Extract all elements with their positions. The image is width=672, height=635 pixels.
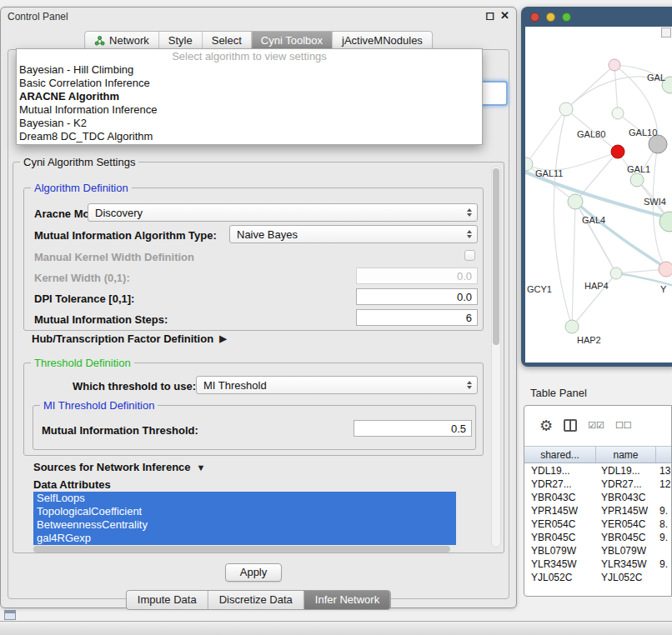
table-cell[interactable]: YDL19... — [524, 464, 596, 478]
tab-label: jActiveMNodules — [342, 34, 423, 47]
dropdown-item[interactable]: Bayesian - Hill Climbing — [17, 63, 482, 77]
network-node[interactable] — [610, 268, 622, 279]
tab-infer-network[interactable]: Infer Network — [303, 591, 390, 609]
table-cell[interactable]: YBR043C — [524, 491, 596, 504]
table-cell[interactable] — [656, 571, 671, 584]
table-cell[interactable]: YBR043C — [596, 491, 656, 504]
attribute-list-item[interactable]: gal4RGexp — [33, 532, 456, 545]
float-window-icon[interactable]: ◻ — [485, 9, 494, 22]
table-cell[interactable]: 9. — [656, 531, 671, 544]
mi-steps-input[interactable] — [356, 309, 478, 326]
select-all-columns-icon[interactable]: ☑☑ — [588, 420, 604, 431]
cyni-bottom-tabbar: Impute Data Discretize Data Infer Networ… — [126, 590, 391, 610]
tab-cyni-toolbox[interactable]: Cyni Toolbox — [251, 32, 332, 50]
aracne-mode-combobox[interactable]: Discovery — [88, 203, 478, 222]
apply-button[interactable]: Apply — [225, 563, 282, 582]
table-cell[interactable]: 8. — [656, 518, 671, 531]
minimize-traffic-light-icon[interactable] — [546, 12, 555, 22]
table-cell[interactable]: 13 — [656, 464, 671, 478]
table-cell[interactable]: YER054C — [596, 518, 656, 531]
table-cell[interactable]: YBL079W — [524, 544, 596, 558]
dropdown-item-selected[interactable]: ARACNE Algorithm — [17, 90, 482, 103]
network-node[interactable] — [568, 194, 583, 209]
table-cell[interactable]: YDR27... — [524, 478, 596, 491]
hub-transcription-factor-section[interactable]: Hub/Transcription Factor Definition ▶ — [32, 332, 227, 345]
canvas-scroll-corner — [661, 28, 671, 38]
network-thick-edges — [525, 170, 672, 287]
mi-algorithm-type-combobox[interactable]: Naive Bayes — [229, 225, 478, 243]
settings-vertical-scrollbar[interactable] — [491, 166, 501, 548]
tab-style[interactable]: Style — [158, 32, 202, 50]
scrollbar-thumb[interactable] — [493, 168, 499, 345]
table-row: YBR045C YBR045C 9. — [524, 531, 671, 544]
network-node[interactable] — [609, 59, 620, 71]
table-cell[interactable]: YER054C — [524, 518, 596, 531]
table-cell[interactable]: 9. — [656, 504, 671, 518]
network-node[interactable] — [559, 102, 573, 116]
status-bar — [0, 621, 672, 635]
attribute-list-item[interactable]: TopologicalCoefficient — [33, 505, 456, 518]
table-cell[interactable]: 9. — [656, 558, 671, 571]
dropdown-item[interactable]: Bayesian - K2 — [17, 117, 482, 130]
network-node[interactable] — [630, 173, 644, 187]
tab-jactivemodules[interactable]: jActiveMNodules — [332, 32, 432, 50]
zoom-traffic-light-icon[interactable] — [562, 12, 571, 22]
dpi-tolerance-input[interactable] — [356, 288, 478, 305]
tab-label: Cyni Toolbox — [261, 34, 323, 47]
network-canvas[interactable]: GAL GAL80 GAL10 GAL11 GAL1 SWI4 GAL4 GCY… — [525, 27, 672, 362]
dpi-tolerance-label: DPI Tolerance [0,1]: — [34, 292, 134, 305]
column-header-shared-name[interactable]: shared... — [524, 447, 596, 462]
table-cell[interactable]: YPR145W — [524, 504, 596, 518]
tab-discretize-data[interactable]: Discretize Data — [208, 591, 303, 609]
table-cell[interactable]: YLR345W — [524, 558, 596, 571]
network-node-red[interactable] — [611, 145, 624, 158]
network-node[interactable] — [659, 262, 672, 277]
dropdown-item[interactable]: Basic Correlation Inference — [17, 77, 482, 90]
network-view-window: GAL GAL80 GAL10 GAL11 GAL1 SWI4 GAL4 GCY… — [521, 7, 672, 367]
mi-threshold-input[interactable] — [354, 420, 472, 437]
table-cell[interactable] — [656, 491, 671, 504]
table-cell[interactable]: YLR345W — [596, 558, 656, 571]
unselect-all-columns-icon[interactable]: ☐☐ — [615, 420, 632, 431]
tab-impute-data[interactable]: Impute Data — [127, 591, 208, 609]
table-cell[interactable]: YJL052C — [524, 571, 596, 584]
column-header-name[interactable]: name — [596, 447, 656, 462]
tab-select[interactable]: Select — [202, 32, 251, 50]
manual-kernel-width-label: Manual Kernel Width Definition — [34, 251, 194, 263]
gear-icon[interactable]: ⚙ — [539, 418, 553, 433]
restore-panel-icon[interactable] — [4, 610, 16, 620]
attributes-horizontal-scrollbar[interactable] — [33, 546, 450, 552]
table-cell[interactable]: YPR145W — [596, 504, 656, 518]
dropdown-item[interactable]: Dream8 DC_TDC Algorithm — [17, 130, 482, 143]
column-header-clipped[interactable] — [656, 447, 671, 462]
sources-for-network-inference-section[interactable]: Sources for Network Inference ▼ — [33, 461, 205, 473]
table-cell[interactable]: YBL079W — [596, 544, 656, 558]
close-traffic-light-icon[interactable] — [530, 12, 539, 22]
mi-algorithm-type-label: Mutual Information Algorithm Type: — [34, 229, 217, 242]
node-label: GAL10 — [629, 128, 657, 138]
table-cell[interactable] — [656, 544, 671, 558]
which-threshold-combobox[interactable]: MI Threshold — [196, 376, 478, 394]
network-graph: GAL GAL80 GAL10 GAL11 GAL1 SWI4 GAL4 GCY… — [525, 27, 672, 362]
node-label: SWI4 — [644, 197, 666, 207]
group-title: MI Threshold Definition — [40, 399, 158, 412]
attribute-list-item[interactable]: SelfLoops — [33, 492, 456, 505]
node-label: GAL4 — [582, 215, 605, 225]
network-node-gray[interactable] — [649, 135, 667, 153]
table-cell[interactable]: YBR045C — [596, 531, 656, 544]
table-cell[interactable]: YBR045C — [524, 531, 596, 544]
node-label: GCY1 — [527, 284, 552, 294]
table-cell[interactable]: YJL052C — [596, 571, 656, 584]
node-label: HAP2 — [577, 335, 601, 345]
close-window-icon[interactable]: ✕ — [500, 9, 509, 22]
table-cell[interactable]: YDL19... — [596, 464, 656, 478]
show-columns-icon[interactable] — [564, 419, 577, 432]
table-cell[interactable]: 12 — [656, 478, 671, 491]
table-cell[interactable]: YDR27... — [596, 478, 656, 491]
network-node[interactable] — [612, 108, 624, 119]
network-node[interactable] — [565, 320, 579, 333]
attribute-list-item[interactable]: BetweennessCentrality — [33, 518, 456, 532]
dropdown-item[interactable]: Mutual Information Inference — [17, 103, 482, 117]
tab-network[interactable]: Network — [85, 32, 158, 50]
mi-threshold-definition-group: MI Threshold Definition Mutual Informati… — [33, 405, 476, 450]
